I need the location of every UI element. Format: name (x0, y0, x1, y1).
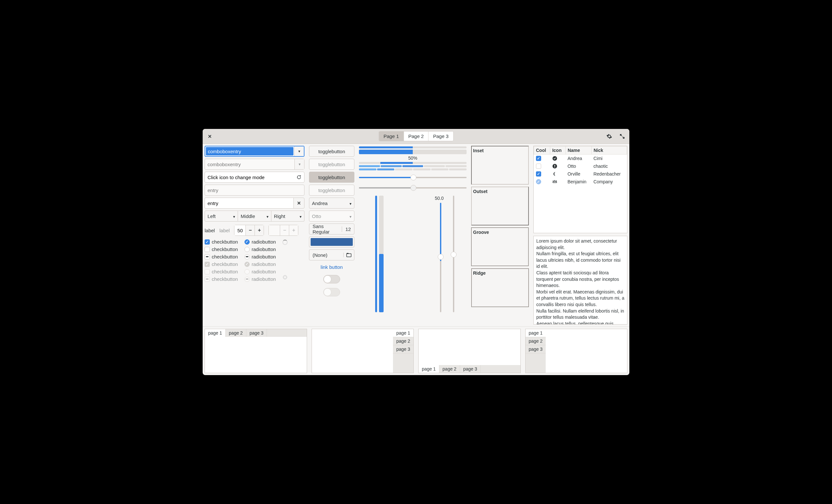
progress-label: 50% (359, 156, 467, 161)
column-entries: Left Middle Right label label − + − (205, 146, 305, 325)
refresh-icon[interactable] (296, 175, 302, 180)
radio-3[interactable]: radiobutton (244, 254, 276, 259)
spin-minus[interactable]: − (245, 225, 255, 235)
spin-plus-disabled: + (289, 225, 298, 235)
spinbutton-input[interactable] (234, 225, 245, 235)
select-right[interactable]: Right (271, 211, 305, 222)
folder-icon (343, 253, 354, 257)
nb2-tab3[interactable]: page 3 (393, 345, 413, 354)
nb4-tab2[interactable]: page 2 (526, 337, 546, 345)
radio-4: radiobutton (244, 261, 276, 267)
page-switcher: Page 1 Page 2 Page 3 (379, 131, 453, 141)
tab-page-3[interactable]: Page 3 (428, 132, 453, 141)
mode-entry[interactable] (205, 172, 305, 183)
fullscreen-icon (620, 134, 625, 139)
frame-ridge: Ridge (471, 268, 529, 307)
tab-page-2[interactable]: Page 2 (404, 132, 428, 141)
mode-entry-input[interactable] (208, 175, 294, 180)
row-name: Andrea (566, 155, 591, 163)
nb4-tab1[interactable]: page 1 (526, 329, 546, 337)
treeview[interactable]: Cool Icon Name Nick AndreaCimiOttochaoti… (534, 146, 627, 233)
table-row[interactable]: Ottochaotic (534, 162, 627, 170)
column-data: Cool Icon Name Nick AndreaCimiOttochaoti… (534, 146, 627, 325)
progressbar-2 (359, 150, 467, 154)
nb1-tab2[interactable]: page 2 (226, 329, 246, 337)
scale-thumb-disabled (411, 185, 416, 191)
file-button[interactable]: (None) (309, 249, 355, 260)
comboboxentry-1[interactable] (205, 146, 305, 157)
scale-thumb[interactable] (411, 175, 416, 180)
nb3-tab2[interactable]: page 2 (439, 365, 460, 373)
switch-1[interactable] (323, 275, 340, 283)
frame-groove: Groove (471, 227, 529, 266)
nb2-tab1[interactable]: page 1 (393, 329, 413, 337)
togglebutton-1[interactable]: togglebutton (309, 146, 355, 157)
table-row[interactable]: OrvilleRedenbacher (534, 170, 627, 178)
vprogress-2 (379, 196, 384, 312)
row-check[interactable] (536, 156, 541, 161)
vscale-2[interactable] (450, 196, 457, 312)
scale-horizontal-1[interactable] (359, 174, 467, 181)
nb2-tab2[interactable]: page 2 (393, 337, 413, 345)
entry-input[interactable] (208, 200, 291, 206)
svg-rect-5 (554, 167, 555, 167)
togglebutton-3[interactable]: togglebutton (309, 172, 355, 183)
settings-button[interactable] (605, 132, 614, 141)
row-nick: Company (591, 178, 627, 186)
row-check[interactable] (536, 171, 541, 176)
frame-inset: Inset (471, 146, 529, 185)
row-nick: chaotic (591, 162, 627, 170)
check-1[interactable]: checkbutton (205, 239, 238, 245)
row-nick: Cimi (591, 155, 627, 163)
radio-1[interactable]: radiobutton (244, 239, 276, 245)
select-middle[interactable]: Middle (238, 211, 271, 222)
check-3[interactable]: checkbutton (205, 254, 238, 259)
spinbutton-disabled: − + (268, 225, 298, 236)
table-row[interactable]: AndreaCimi (534, 155, 627, 163)
combobox-andrea[interactable]: Andrea (309, 198, 355, 208)
row-name: Benjamin (566, 178, 591, 186)
col-icon[interactable]: Icon (550, 146, 566, 155)
clear-button[interactable] (293, 198, 305, 208)
table-row[interactable]: BenjaminCompany (534, 178, 627, 186)
font-button[interactable]: Sans Regular12 (309, 224, 355, 234)
check-6: checkbutton (205, 276, 238, 282)
titlebar: Page 1 Page 2 Page 3 (203, 129, 629, 144)
col-nick[interactable]: Nick (591, 146, 627, 155)
link-button[interactable]: link button (309, 262, 355, 272)
check-4: checkbutton (205, 261, 238, 267)
comboboxentry-1-arrow[interactable] (294, 146, 304, 156)
column-buttons: togglebutton togglebutton togglebutton t… (309, 146, 355, 325)
entry-with-clear (205, 198, 305, 208)
radio-2[interactable]: radiobutton (244, 247, 276, 252)
fullscreen-button[interactable] (618, 132, 627, 141)
select-left[interactable]: Left (205, 211, 238, 222)
textview[interactable]: Lorem ipsum dolor sit amet, consectetur … (534, 236, 627, 325)
col-cool[interactable]: Cool (534, 146, 550, 155)
nb3-tab1[interactable]: page 1 (419, 365, 439, 373)
color-swatch (311, 238, 353, 246)
col-name[interactable]: Name (566, 146, 591, 155)
notebooks-row: page 1 page 2 page 3 page 1 page 2 page … (203, 327, 629, 375)
vscale-1[interactable]: 50.0 (437, 196, 444, 312)
close-button[interactable] (205, 132, 214, 141)
comboboxentry-1-input[interactable] (206, 147, 293, 156)
nb3-tab3[interactable]: page 3 (460, 365, 481, 373)
row-check[interactable] (536, 164, 541, 169)
app-window: Page 1 Page 2 Page 3 (203, 129, 629, 375)
spin-plus[interactable]: + (255, 225, 264, 235)
row-name: Otto (566, 162, 591, 170)
spinner-active (282, 240, 288, 245)
tab-page-1[interactable]: Page 1 (379, 132, 404, 141)
nb4-tab3[interactable]: page 3 (526, 345, 546, 354)
comboboxentry-2-arrow (294, 159, 304, 169)
row-check[interactable] (536, 179, 541, 184)
spinbutton[interactable]: − + (234, 225, 264, 236)
nb1-tab3[interactable]: page 3 (246, 329, 267, 337)
nb1-tab1[interactable]: page 1 (205, 329, 226, 337)
notebook-bottom: page 1 page 2 page 3 (418, 329, 521, 373)
vprogress-1 (375, 196, 377, 312)
color-button[interactable] (309, 236, 355, 248)
entry-disabled (205, 185, 305, 196)
check-2[interactable]: checkbutton (205, 247, 238, 252)
